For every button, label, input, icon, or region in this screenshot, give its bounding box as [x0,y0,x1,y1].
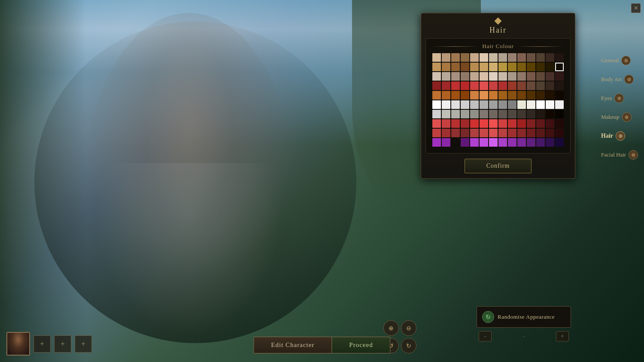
colour-swatch[interactable] [555,138,564,147]
colour-swatch[interactable] [432,53,441,62]
colour-swatch[interactable] [536,91,545,100]
colour-swatch[interactable] [498,72,507,81]
colour-swatch[interactable] [480,63,488,71]
colour-swatch[interactable] [451,129,460,137]
colour-swatch[interactable] [480,110,488,118]
colour-swatch[interactable] [527,138,535,147]
colour-swatch[interactable] [470,91,479,100]
nav-item-general[interactable]: General ⚙ [601,56,631,65]
colour-swatch[interactable] [536,138,545,147]
nav-item-makeup[interactable]: Makeup ⚙ [601,112,632,122]
colour-swatch[interactable] [451,53,460,62]
colour-swatch[interactable] [527,63,535,71]
colour-swatch[interactable] [498,119,507,128]
randomise-appearance-button[interactable]: ↻ Randomise Appearance [477,306,571,328]
colour-swatch[interactable] [451,110,460,118]
colour-swatch[interactable] [451,119,460,128]
colour-swatch[interactable] [498,81,507,90]
colour-swatch[interactable] [517,129,526,137]
colour-swatch[interactable] [489,91,498,100]
colour-swatch[interactable] [536,119,545,128]
colour-swatch[interactable] [451,138,460,147]
colour-swatch[interactable] [480,91,488,100]
add-character-button-1[interactable]: + [33,335,51,353]
colour-swatch[interactable] [536,63,545,71]
colour-swatch[interactable] [527,100,535,109]
colour-swatch[interactable] [442,91,450,100]
colour-swatch[interactable] [461,81,469,90]
colour-swatch[interactable] [480,119,488,128]
zoom-in-button[interactable]: ⊕ [383,320,399,336]
character-avatar[interactable] [6,332,30,356]
edit-character-button[interactable]: Edit Character [253,337,331,353]
colour-swatch[interactable] [489,110,498,118]
colour-swatch[interactable] [546,110,554,118]
colour-swatch[interactable] [517,100,526,109]
colour-swatch[interactable] [480,138,488,147]
colour-swatch[interactable] [432,129,441,137]
colour-swatch[interactable] [527,53,535,62]
colour-swatch[interactable] [489,81,498,90]
colour-swatch[interactable] [461,100,469,109]
confirm-button[interactable]: Confirm [465,159,532,173]
nav-item-hair[interactable]: Hair ⚙ [601,131,625,141]
colour-swatch[interactable] [508,72,516,81]
colour-swatch[interactable] [432,72,441,81]
nav-item-body-art[interactable]: Body Art ⚙ [601,75,634,84]
colour-swatch[interactable] [432,110,441,118]
colour-swatch[interactable] [546,100,554,109]
colour-swatch[interactable] [442,81,450,90]
add-character-button-3[interactable]: + [75,335,92,353]
colour-swatch[interactable] [489,129,498,137]
colour-swatch[interactable] [555,91,564,100]
colour-swatch[interactable] [508,110,516,118]
colour-swatch[interactable] [480,129,488,137]
colour-swatch[interactable] [432,91,441,100]
colour-swatch[interactable] [432,138,441,147]
colour-swatch[interactable] [432,63,441,71]
proceed-button[interactable]: Proceed [331,337,390,353]
colour-swatch[interactable] [480,100,488,109]
colour-swatch[interactable] [442,129,450,137]
colour-swatch[interactable] [442,53,450,62]
colour-swatch[interactable] [517,110,526,118]
colour-swatch[interactable] [432,119,441,128]
colour-swatch[interactable] [555,53,564,62]
colour-swatch[interactable] [470,100,479,109]
colour-swatch[interactable] [470,72,479,81]
colour-swatch[interactable] [470,129,479,137]
colour-swatch[interactable] [517,72,526,81]
colour-swatch[interactable] [555,63,564,71]
colour-swatch[interactable] [546,63,554,71]
colour-swatch[interactable] [498,91,507,100]
colour-swatch[interactable] [546,91,554,100]
colour-swatch[interactable] [536,100,545,109]
colour-swatch[interactable] [451,72,460,81]
colour-swatch[interactable] [517,138,526,147]
colour-swatch[interactable] [498,63,507,71]
colour-swatch[interactable] [480,81,488,90]
colour-swatch[interactable] [461,72,469,81]
colour-swatch[interactable] [461,63,469,71]
colour-swatch[interactable] [555,119,564,128]
colour-swatch[interactable] [470,53,479,62]
colour-swatch[interactable] [555,81,564,90]
colour-swatch[interactable] [461,129,469,137]
colour-swatch[interactable] [498,53,507,62]
colour-swatch[interactable] [536,72,545,81]
colour-swatch[interactable] [489,100,498,109]
colour-swatch[interactable] [489,138,498,147]
randomise-minus-button[interactable]: - [479,331,492,341]
colour-swatch[interactable] [536,53,545,62]
colour-swatch[interactable] [555,110,564,118]
colour-swatch[interactable] [461,53,469,62]
colour-swatch[interactable] [517,91,526,100]
colour-swatch[interactable] [508,138,516,147]
colour-swatch[interactable] [508,81,516,90]
colour-swatch[interactable] [546,119,554,128]
colour-swatch[interactable] [489,119,498,128]
colour-swatch[interactable] [480,53,488,62]
colour-swatch[interactable] [498,110,507,118]
colour-swatch[interactable] [498,100,507,109]
colour-swatch[interactable] [517,119,526,128]
